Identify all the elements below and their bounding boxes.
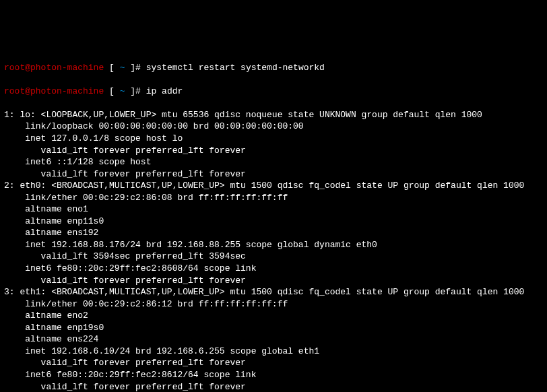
output-line: inet 127.0.0.1/8 scope host lo (4, 133, 543, 145)
output-line: inet6 fe80::20c:29ff:fec2:8612/64 scope … (4, 369, 543, 381)
output-line: link/loopback 00:00:00:00:00:00 brd 00:0… (4, 121, 543, 133)
command-2: ip addr (146, 86, 183, 96)
output-line: inet 192.168.88.176/24 brd 192.168.88.25… (4, 239, 543, 251)
output-line: valid_lft forever preferred_lft forever (4, 168, 543, 181)
prompt-line-2: root@photon-machine [ ~ ]# ip addr (4, 86, 543, 98)
prompt-bracket-close: ]# (125, 63, 146, 73)
output-line: inet6 fe80::20c:29ff:fec2:8608/64 scope … (4, 263, 543, 275)
prompt-line-1: root@photon-machine [ ~ ]# systemctl res… (4, 62, 543, 74)
output-line: link/ether 00:0c:29:c2:86:08 brd ff:ff:f… (4, 192, 543, 204)
prompt-bracket-close: ]# (125, 86, 146, 96)
output-line: valid_lft forever preferred_lft forever (4, 275, 543, 287)
output-line: altname eno2 (4, 310, 543, 322)
output-line: valid_lft forever preferred_lft forever (4, 145, 543, 157)
prompt-user-host: root@photon-machine (4, 63, 104, 73)
terminal[interactable]: root@photon-machine [ ~ ]# systemctl res… (4, 50, 543, 392)
prompt-user-host: root@photon-machine (4, 86, 104, 96)
prompt-bracket-open: [ (104, 63, 119, 73)
output-line: link/ether 00:0c:29:c2:86:12 brd ff:ff:f… (4, 298, 543, 311)
output-line: inet 192.168.6.10/24 brd 192.168.6.255 s… (4, 346, 543, 358)
output-line: altname ens224 (4, 333, 543, 346)
output-line: altname ens192 (4, 227, 543, 239)
output-line: valid_lft forever preferred_lft forever (4, 357, 543, 369)
output-line: valid_lft 3594sec preferred_lft 3594sec (4, 251, 543, 263)
prompt-bracket-open: [ (104, 86, 119, 96)
output-line: 3: eth1: <BROADCAST,MULTICAST,UP,LOWER_U… (4, 286, 543, 298)
output-line: altname eno1 (4, 203, 543, 216)
output-line: 2: eth0: <BROADCAST,MULTICAST,UP,LOWER_U… (4, 180, 543, 192)
output-line: 1: lo: <LOOPBACK,UP,LOWER_UP> mtu 65536 … (4, 109, 543, 121)
command-1: systemctl restart systemd-networkd (146, 63, 325, 73)
output-block: 1: lo: <LOOPBACK,UP,LOWER_UP> mtu 65536 … (4, 109, 543, 392)
output-line: valid_lft forever preferred_lft forever (4, 381, 543, 393)
output-line: altname enp11s0 (4, 216, 543, 228)
output-line: inet6 ::1/128 scope host (4, 156, 543, 168)
output-line: altname enp19s0 (4, 322, 543, 334)
